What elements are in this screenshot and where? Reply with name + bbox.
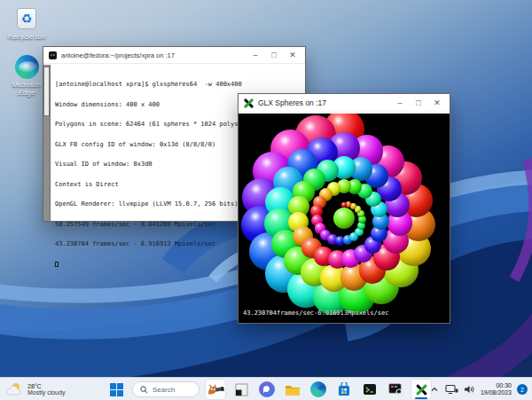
sphere: [350, 203, 356, 209]
x-server-icon: [416, 384, 427, 396]
windows-logo-icon: [110, 383, 123, 396]
close-button[interactable]: ✕: [286, 51, 300, 59]
terminal-scrollbar[interactable]: [43, 65, 51, 221]
terminal-icon: [363, 382, 377, 396]
taskbar-icon-terminal[interactable]: [360, 380, 379, 399]
taskbar-icon-edge[interactable]: [309, 380, 328, 399]
display-zoom-icon: [388, 382, 403, 396]
weather-condition: Mostly cloudy: [27, 389, 65, 396]
terminal-title: antoine@fedora:~/projects/xpra on :17: [61, 51, 244, 59]
desktop-icon-recycle-bin[interactable]: ♻ Recycle Bin: [4, 5, 50, 42]
volume-icon[interactable]: [464, 384, 475, 395]
weather-temperature: 28°C: [27, 383, 65, 389]
app-window-icon: [235, 383, 248, 396]
taskbar-icon-gimp[interactable]: [206, 380, 225, 399]
minimize-button[interactable]: –: [248, 51, 262, 59]
maximize-button[interactable]: □: [411, 98, 426, 107]
sphere: [333, 208, 355, 229]
edge-icon: [13, 53, 40, 80]
desktop-icon-label: Recycle Bin: [8, 34, 45, 42]
terminal-window-icon: [49, 51, 57, 59]
store-icon: [337, 382, 351, 396]
tray-time: 00:30: [481, 382, 512, 389]
search-placeholder: Search: [153, 386, 175, 394]
terminal-cursor: [55, 262, 59, 267]
glx-canvas: 43.230704frames/sec-6.916913Mpixels/sec: [239, 114, 450, 323]
desktop-icon-label: Microsoft Edge: [5, 82, 48, 97]
glx-title: GLX Spheres on :17: [258, 98, 388, 107]
taskbar-icon-file-explorer[interactable]: [283, 380, 302, 399]
clock[interactable]: 00:30 19/08/2023: [481, 382, 512, 396]
tray-date: 19/08/2023: [481, 389, 512, 396]
file-explorer-icon: [285, 383, 301, 396]
start-button[interactable]: [106, 380, 126, 399]
recycle-bin-icon: ♻: [13, 5, 40, 32]
taskbar-icon-store[interactable]: [334, 380, 354, 399]
weather-icon: [6, 381, 24, 397]
system-tray: 00:30 19/08/2023 2: [429, 380, 528, 399]
taskbar-icon-x-server[interactable]: [411, 380, 431, 399]
terminal-line: [antoine@localhost xpra]$ glxspheres64 -…: [55, 82, 303, 89]
terminal-scrollbar-thumb[interactable]: [43, 67, 50, 116]
screen: ♻ Recycle Bin Microsoft Edge antoine@fed…: [0, 0, 532, 400]
taskbar: 28°C Mostly cloudy Search: [0, 377, 532, 400]
weather-widget[interactable]: 28°C Mostly cloudy: [6, 380, 65, 399]
taskbar-icon-chat[interactable]: [257, 380, 277, 399]
gimp-icon: [207, 382, 224, 396]
taskbar-center: Search: [106, 380, 431, 399]
hidden-icons-chevron[interactable]: [429, 384, 440, 395]
minimize-button[interactable]: –: [393, 98, 407, 107]
taskbar-icon-app-window[interactable]: [231, 380, 251, 399]
network-icon[interactable]: [445, 384, 458, 395]
glx-fps-overlay: 43.230704frames/sec-6.916913Mpixels/sec: [243, 310, 388, 317]
maximize-button[interactable]: □: [267, 51, 281, 59]
taskbar-icon-display-zoom[interactable]: [386, 380, 405, 399]
edge-icon: [310, 381, 326, 397]
search-box[interactable]: Search: [132, 381, 200, 397]
glx-titlebar[interactable]: GLX Spheres on :17 – □ ✕: [239, 94, 450, 113]
active-app-indicator: [415, 397, 427, 399]
x-server-icon: [244, 98, 254, 108]
glx-spheres-window: GLX Spheres on :17 – □ ✕ 43.230704frames…: [238, 93, 450, 324]
close-button[interactable]: ✕: [430, 98, 444, 107]
chat-icon: [259, 381, 275, 397]
terminal-titlebar[interactable]: antoine@fedora:~/projects/xpra on :17 – …: [43, 47, 305, 64]
notification-badge[interactable]: 2: [517, 384, 528, 395]
search-icon: [140, 386, 148, 394]
